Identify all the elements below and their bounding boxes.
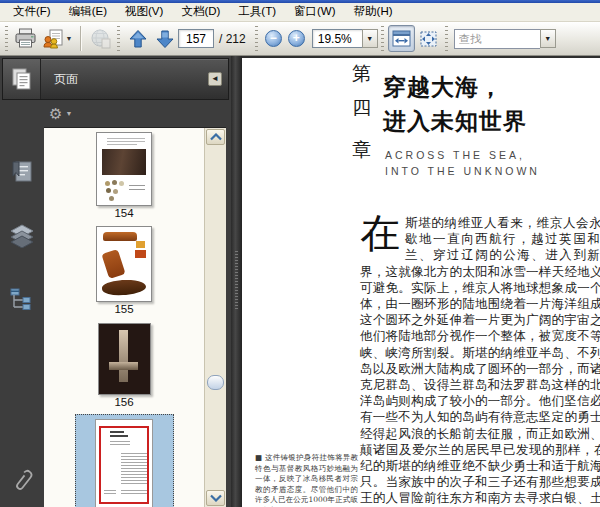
document-page-view[interactable]: 第 四 章 穿越大海， 进入未知世界 ACROSS THE SEA, INTO … [242, 56, 600, 507]
thumb-decor [121, 462, 147, 463]
thumb-decor [135, 250, 146, 258]
thumb-decor [129, 185, 145, 186]
chapter-title-line1: 穿越大海， [383, 70, 527, 104]
page-total-label: / 212 [219, 32, 246, 46]
thumb-decor [110, 444, 130, 445]
sidebar-body: ⚙ ▼ [0, 100, 231, 507]
thumbnail-page-154[interactable]: 154 [96, 132, 152, 219]
collapse-panel-button[interactable]: ◄ [208, 72, 222, 86]
chapter-char: 章 [352, 137, 371, 163]
pdf-viewer-window: 文件(F) 编辑(E) 视图(V) 文档(D) 工具(T) 窗口(W) 帮助(H… [0, 0, 600, 507]
layers-panel-button[interactable] [9, 224, 35, 248]
online-services-button [87, 25, 114, 52]
options-gear-icon[interactable]: ⚙ [49, 105, 62, 123]
layers-icon [9, 224, 35, 248]
fit-width-button[interactable] [388, 25, 415, 52]
pages-panel-tab[interactable] [3, 59, 41, 99]
attachments-paperclip-icon [9, 467, 35, 495]
zoom-in-icon: + [293, 31, 300, 45]
options-caret-icon[interactable]: ▼ [65, 110, 72, 117]
thumb-decor [109, 196, 114, 201]
share-dropdown-caret: ▼ [66, 35, 73, 42]
fit-page-button[interactable] [415, 25, 442, 52]
chapter-char: 四 [352, 95, 371, 121]
globe-sync-icon [90, 29, 112, 49]
thumb-decor [107, 138, 145, 139]
menu-document[interactable]: 文档(D) [172, 3, 229, 21]
thumbnail-page-157-selected[interactable] [75, 414, 174, 507]
fit-page-icon [419, 30, 438, 48]
menu-help[interactable]: 帮助(H) [345, 3, 402, 21]
scrollbar-thumb[interactable] [207, 375, 224, 390]
thumb-decor [121, 474, 147, 475]
toolbar-separator [80, 26, 82, 51]
chapter-title-line2: 进入未知世界 [383, 104, 527, 138]
toolbar-grip [117, 26, 120, 51]
menu-edit[interactable]: 编辑(E) [60, 3, 116, 21]
thumb-decor [121, 480, 147, 481]
menu-file[interactable]: 文件(F) [4, 3, 60, 21]
zoom-level-combo[interactable]: 19.5% ▼ [312, 29, 378, 48]
thumbnail-list[interactable]: 154 155 [44, 127, 226, 507]
thumb-decor [121, 459, 147, 460]
toolbar: ▼ [0, 22, 600, 56]
next-page-icon [155, 29, 175, 49]
thumb-decor [104, 490, 116, 491]
zoom-in-button[interactable]: + [288, 30, 305, 47]
zoom-dropdown-caret[interactable]: ▼ [362, 29, 378, 48]
body-paragraph: 在斯堪的纳维亚人看来，维京人会永不停歇地一直向西航行，越过英国和爱尔兰、穿过辽阔… [360, 215, 600, 507]
print-icon [14, 28, 37, 49]
previous-page-button[interactable] [124, 25, 151, 52]
print-button[interactable] [12, 25, 39, 52]
body-text: 斯堪的纳维亚人看来，维京人会永不停歇地一直向西航行，越过英国和爱尔兰、穿过辽阔的… [360, 215, 600, 507]
thumb-decor [121, 493, 147, 494]
thumbnail-page-155[interactable]: 155 [96, 226, 152, 315]
next-page-button[interactable] [151, 25, 178, 52]
subtitle-line2: INTO THE UNKNOWN [385, 163, 540, 179]
panel-icon-strip [0, 100, 44, 507]
thumbnail-157-preview [95, 419, 153, 507]
thumb-decor [105, 181, 110, 186]
thumbnail-label: 156 [114, 396, 133, 408]
share-collaborate-button[interactable]: ▼ [39, 25, 75, 52]
thumb-decor [121, 453, 147, 454]
scroll-down-button[interactable] [206, 490, 225, 506]
fit-width-icon [392, 30, 411, 47]
thumbnail-scrollbar[interactable] [204, 128, 226, 507]
menu-view[interactable]: 视图(V) [116, 3, 172, 21]
thumb-decor [104, 493, 116, 494]
zoom-out-icon: − [270, 31, 277, 45]
thumb-decor [113, 189, 118, 194]
chevron-up-icon [210, 133, 222, 141]
thumb-decor [121, 477, 147, 478]
find-input[interactable] [454, 29, 540, 49]
thumbnail-156-preview [98, 323, 151, 395]
menu-tools[interactable]: 工具(T) [229, 3, 285, 21]
thumbnails-panel: ⚙ ▼ [44, 100, 231, 507]
sidebar-splitter[interactable] [231, 56, 242, 507]
thumbnail-page-156[interactable]: 156 [98, 323, 151, 408]
chapter-subtitle-english: ACROSS THE SEA, INTO THE UNKNOWN [385, 147, 540, 179]
thumb-decor [103, 232, 137, 241]
thumb-decor [119, 181, 124, 186]
workspace: 页面 ◄ [0, 56, 600, 507]
zoom-level-value[interactable]: 19.5% [312, 29, 362, 48]
attachments-panel-button[interactable] [9, 469, 35, 493]
image-caption: ■ 这件铸银护身符挂饰将异教特色与基督教风格巧妙地融为一体，反映了冰岛移民者对宗… [255, 453, 358, 507]
find-field-group: ▼ [454, 29, 556, 49]
thumb-decor [110, 431, 124, 433]
menu-window[interactable]: 窗口(W) [285, 3, 345, 21]
thumb-decor [121, 468, 147, 469]
model-tree-icon [9, 287, 35, 313]
chapter-title: 穿越大海， 进入未知世界 [383, 70, 527, 138]
page-number-input[interactable] [178, 29, 214, 48]
thumbnail-label: 154 [114, 207, 133, 219]
drop-cap: 在 [360, 217, 400, 250]
thumb-decor [112, 180, 117, 185]
scroll-up-button[interactable] [206, 129, 225, 145]
zoom-out-button[interactable]: − [265, 30, 282, 47]
bookmarks-panel-button[interactable] [9, 160, 35, 184]
find-dropdown-caret[interactable]: ▼ [540, 29, 556, 48]
thumb-decor [121, 465, 147, 466]
model-tree-panel-button[interactable] [9, 288, 35, 312]
